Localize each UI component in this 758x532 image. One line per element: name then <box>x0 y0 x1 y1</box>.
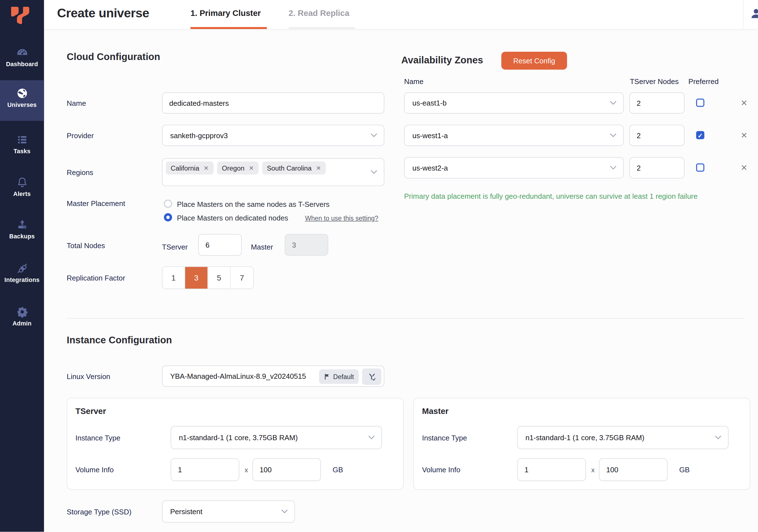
provider-select[interactable]: sanketh-gcpprov3 <box>162 125 384 146</box>
tserver-volume-unit-label: GB <box>333 466 343 474</box>
az-nodes-input[interactable] <box>629 92 684 114</box>
sidebar-item-admin[interactable]: Admin <box>0 299 44 339</box>
storage-type-value: Persistent <box>170 508 203 515</box>
tserver-volume-count-input[interactable] <box>171 458 239 481</box>
az-nodes-input[interactable] <box>629 157 684 178</box>
default-badge: Default <box>319 369 359 384</box>
tab-active-underline <box>190 27 267 29</box>
master-placement-label: Master Placement <box>67 199 125 207</box>
name-label: Name <box>67 99 86 107</box>
linux-version-select[interactable]: YBA-Managed-AlmaLinux-8.9_v20240515 Defa… <box>162 365 384 387</box>
chevron-down-icon <box>371 133 377 137</box>
linux-version-action-button[interactable] <box>362 369 381 385</box>
create-universe-form: Cloud Configuration Name Provider sanket… <box>0 0 758 532</box>
user-avatar-icon[interactable] <box>749 7 758 20</box>
az-remove-icon[interactable]: ✕ <box>741 99 748 107</box>
sidebar-item-label: Integrations <box>0 277 44 283</box>
az-zone-select[interactable]: us-west2-a <box>404 157 624 178</box>
total-nodes-label: Total Nodes <box>67 241 105 249</box>
tab-primary-cluster[interactable]: 1. Primary Cluster <box>190 0 267 29</box>
regions-multiselect[interactable]: California ✕ Oregon ✕ South Carolina ✕ <box>162 158 384 186</box>
chevron-down-icon <box>715 436 721 440</box>
tserver-instance-type-select[interactable]: n1-standard-1 (1 core, 3.75GB RAM) <box>171 426 382 449</box>
sidebar-item-backups[interactable]: Backups <box>0 212 44 252</box>
tab-read-replica[interactable]: 2. Read Replica <box>289 0 355 29</box>
sidebar-item-tasks[interactable]: Tasks <box>0 127 44 167</box>
az-nodes-input[interactable] <box>629 125 684 146</box>
cloud-configuration-heading: Cloud Configuration <box>67 52 160 62</box>
master-instance-type-select[interactable]: n1-standard-1 (1 core, 3.75GB RAM) <box>517 426 728 449</box>
sidebar-item-label: Backups <box>0 233 44 240</box>
radio-dedicated-nodes[interactable] <box>164 213 172 221</box>
sidebar-item-dashboard[interactable]: Dashboard <box>0 40 44 80</box>
replication-factor-selector: 1 3 5 7 <box>162 266 254 289</box>
master-instance-type-label: Instance Type <box>422 434 467 442</box>
admin-gear-icon <box>16 306 28 318</box>
header-divider <box>743 0 743 29</box>
az-zone-select[interactable]: us-east1-b <box>404 92 624 114</box>
master-nodes-input <box>285 234 328 256</box>
integrations-plug-icon <box>16 262 28 275</box>
section-divider <box>67 318 744 319</box>
region-chip: California ✕ <box>166 161 214 175</box>
sidebar-item-label: Alerts <box>0 190 44 197</box>
tab-label: 1. Primary Cluster <box>190 9 261 18</box>
chevron-down-icon <box>610 166 616 170</box>
replication-factor-label: Replication Factor <box>67 273 125 282</box>
when-to-use-link[interactable]: When to use this setting? <box>305 215 378 222</box>
chevron-down-icon <box>371 170 377 174</box>
chevron-down-icon <box>610 133 616 137</box>
sidebar-item-universes[interactable]: Universes <box>0 80 44 121</box>
az-remove-icon[interactable]: ✕ <box>741 131 748 140</box>
yugabyte-logo-icon[interactable] <box>9 5 32 27</box>
az-column-tserver-nodes: TServer Nodes <box>630 77 679 86</box>
az-zone-select[interactable]: us-west1-a <box>404 125 624 146</box>
sidebar-item-alerts[interactable]: Alerts <box>0 169 44 210</box>
master-volume-count-input[interactable] <box>517 458 586 481</box>
reset-config-button[interactable]: Reset Config <box>501 52 567 69</box>
checkmark-icon: ✓ <box>697 131 704 140</box>
replication-option-5[interactable]: 5 <box>208 267 230 289</box>
region-chip: South Carolina ✕ <box>262 161 326 175</box>
tserver-nodes-input[interactable] <box>198 234 242 256</box>
region-chip-label: Oregon <box>222 164 245 172</box>
az-preferred-checkbox[interactable] <box>696 163 704 171</box>
app-window: Dashboard Universes Tasks <box>0 0 758 532</box>
chevron-down-icon <box>368 436 375 440</box>
page-title: Create universe <box>57 6 149 21</box>
sidebar-item-label: Dashboard <box>0 61 44 68</box>
tasks-list-icon <box>16 133 28 146</box>
screen: Dashboard Universes Tasks <box>0 0 758 532</box>
az-zone-value: us-east1-b <box>412 99 447 107</box>
master-volume-unit-label: GB <box>679 466 690 474</box>
az-column-name: Name <box>404 77 423 86</box>
header: Create universe 1. Primary Cluster 2. Re… <box>44 0 758 29</box>
radio-dedicated-nodes-label: Place Masters on dedicated nodes <box>177 214 288 222</box>
az-preferred-checkbox[interactable]: ✓ <box>696 131 704 139</box>
chip-remove-icon[interactable]: ✕ <box>316 164 321 172</box>
az-zone-value: us-west1-a <box>412 131 448 139</box>
radio-same-nodes[interactable] <box>164 199 172 208</box>
master-volume-size-input[interactable] <box>599 458 668 481</box>
tserver-volume-size-input[interactable] <box>252 458 321 481</box>
chevron-down-icon <box>610 101 616 105</box>
master-volume-info-label: Volume Info <box>422 466 460 474</box>
replication-option-7[interactable]: 7 <box>230 267 253 289</box>
tserver-count-label: TServer <box>162 243 188 251</box>
az-preferred-checkbox[interactable] <box>696 98 704 107</box>
replication-option-1[interactable]: 1 <box>162 267 185 289</box>
tserver-instance-type-label: Instance Type <box>75 434 120 442</box>
region-chip-label: South Carolina <box>267 164 311 172</box>
az-remove-icon[interactable]: ✕ <box>741 164 748 172</box>
chip-remove-icon[interactable]: ✕ <box>203 164 208 172</box>
sidebar-item-integrations[interactable]: Integrations <box>0 255 44 296</box>
backups-upload-icon <box>16 219 28 231</box>
storage-type-select[interactable]: Persistent <box>162 500 295 523</box>
chip-remove-icon[interactable]: ✕ <box>249 164 254 172</box>
sidebar-item-label: Tasks <box>0 148 44 155</box>
alerts-bell-icon <box>16 176 28 189</box>
universe-name-input[interactable] <box>162 92 384 114</box>
tserver-volume-info-label: Volume Info <box>75 466 114 474</box>
availability-zones-heading: Availability Zones <box>401 55 483 66</box>
replication-option-3[interactable]: 3 <box>185 267 208 289</box>
